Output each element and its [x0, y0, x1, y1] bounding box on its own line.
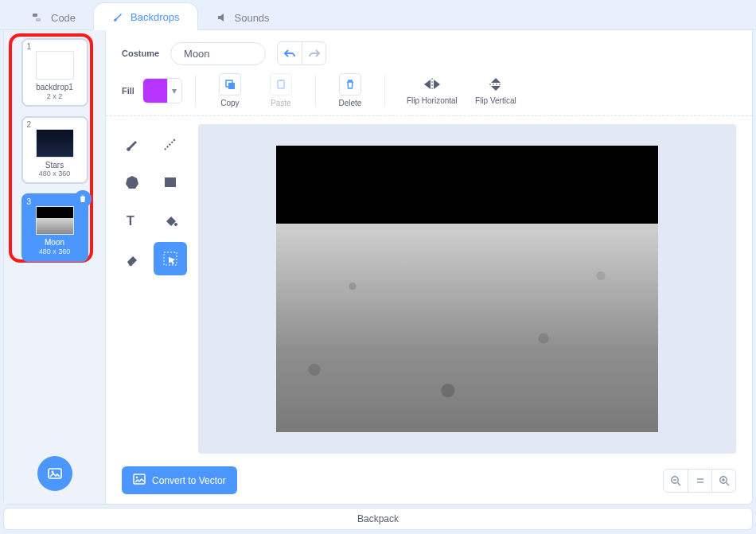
tab-code[interactable]: Code — [14, 4, 93, 30]
separator — [195, 75, 196, 107]
paste-label: Paste — [271, 99, 291, 107]
zoom-reset-button[interactable] — [688, 470, 711, 492]
thumb-number: 3 — [27, 197, 32, 206]
fill-color-picker[interactable]: ▾ — [142, 78, 182, 103]
text-tool[interactable]: T — [115, 204, 149, 237]
tab-code-label: Code — [51, 12, 76, 24]
thumb-preview — [36, 51, 74, 80]
image-icon — [133, 474, 146, 487]
editor-header: Costume — [106, 30, 752, 73]
tab-sounds[interactable]: Sounds — [198, 4, 287, 30]
convert-label: Convert to Vector — [152, 475, 226, 486]
canvas-row: T — [106, 116, 752, 460]
sound-icon — [216, 11, 228, 24]
editor-toolbar: Fill ▾ Copy Paste Delete Flip — [106, 73, 752, 116]
costume-editor: Costume Fill ▾ Copy Paste — [106, 30, 752, 504]
backdrop-thumb[interactable]: 1 backdrop1 2 x 2 — [21, 38, 88, 107]
thumb-dim: 2 x 2 — [26, 92, 84, 100]
backdrop-thumb[interactable]: 2 Stars 480 x 360 — [21, 116, 88, 185]
tab-backdrops-label: Backdrops — [131, 11, 179, 23]
brush-tool[interactable] — [115, 127, 149, 161]
editor-footer: Convert to Vector — [106, 460, 752, 504]
backdrop-sidebar: 1 backdrop1 2 x 2 2 Stars 480 x 360 3 Mo… — [4, 30, 106, 504]
undo-redo-group — [277, 41, 326, 65]
copy-button[interactable]: Copy — [208, 73, 251, 107]
thumb-name: Moon — [26, 238, 84, 248]
trash-icon — [339, 73, 361, 95]
workarea: 1 backdrop1 2 x 2 2 Stars 480 x 360 3 Mo… — [3, 30, 753, 505]
fill-label: Fill — [122, 86, 134, 95]
svg-line-19 — [678, 482, 681, 485]
svg-rect-12 — [165, 177, 176, 187]
tool-palette: T — [115, 124, 192, 454]
svg-line-10 — [165, 138, 176, 150]
thumb-number: 2 — [27, 120, 32, 129]
zoom-out-button[interactable] — [664, 470, 688, 492]
flip-h-label: Flip Horizontal — [407, 96, 458, 105]
canvas[interactable] — [198, 124, 736, 454]
delete-label: Delete — [338, 99, 361, 107]
thumb-name: backdrop1 — [26, 83, 84, 92]
svg-text:T: T — [127, 214, 134, 228]
backpack-panel[interactable]: Backpack — [3, 508, 753, 530]
paste-button: Paste — [259, 73, 302, 107]
svg-rect-0 — [33, 14, 37, 17]
code-icon — [32, 11, 45, 24]
flip-vertical-button[interactable]: Flip Vertical — [474, 76, 517, 105]
delete-thumb-button[interactable] — [74, 190, 92, 208]
circle-tool[interactable] — [115, 166, 149, 199]
add-backdrop-button[interactable] — [37, 456, 72, 491]
svg-rect-6 — [278, 80, 284, 88]
fill-swatch — [143, 79, 167, 103]
eraser-tool[interactable] — [115, 242, 149, 275]
backpack-label: Backpack — [357, 513, 399, 524]
copy-label: Copy — [220, 99, 239, 107]
svg-line-24 — [726, 482, 729, 485]
flip-v-label: Flip Vertical — [475, 96, 516, 105]
flip-horizontal-icon — [421, 76, 443, 93]
paste-icon — [270, 73, 292, 95]
thumb-dim: 480 x 360 — [26, 170, 84, 177]
svg-rect-5 — [228, 83, 235, 89]
undo-button[interactable] — [278, 42, 302, 64]
redo-button[interactable] — [302, 42, 325, 64]
svg-rect-16 — [134, 474, 145, 484]
delete-button[interactable]: Delete — [329, 73, 372, 107]
tab-bar: Code Backdrops Sounds — [0, 0, 756, 30]
fill-tool[interactable] — [154, 204, 187, 237]
svg-rect-7 — [279, 80, 283, 81]
svg-point-17 — [136, 477, 138, 479]
separator — [384, 75, 385, 107]
svg-point-14 — [174, 223, 177, 226]
flip-vertical-icon — [489, 76, 502, 93]
thumb-preview — [36, 129, 74, 158]
zoom-controls — [663, 469, 736, 493]
select-tool[interactable] — [154, 242, 187, 275]
separator — [315, 75, 316, 107]
line-tool[interactable] — [154, 127, 187, 161]
backdrop-thumb-selected[interactable]: 3 Moon 480 x 360 — [21, 193, 88, 262]
backdrop-image — [276, 146, 658, 432]
costume-label: Costume — [122, 49, 159, 58]
svg-rect-1 — [36, 18, 41, 21]
chevron-down-icon: ▾ — [167, 79, 181, 103]
rect-tool[interactable] — [154, 166, 187, 199]
flip-horizontal-button[interactable]: Flip Horizontal — [398, 76, 466, 105]
zoom-in-button[interactable] — [711, 470, 735, 492]
svg-marker-11 — [126, 176, 138, 189]
tab-backdrops[interactable]: Backdrops — [93, 2, 197, 30]
costume-name-input[interactable] — [170, 42, 266, 65]
tab-sounds-label: Sounds — [235, 12, 270, 24]
paintbrush-icon — [111, 10, 124, 23]
thumb-name: Stars — [26, 161, 84, 170]
thumb-number: 1 — [27, 42, 32, 51]
thumb-dim: 480 x 360 — [26, 248, 84, 255]
copy-icon — [219, 73, 241, 95]
thumb-preview — [36, 206, 74, 235]
convert-to-vector-button[interactable]: Convert to Vector — [122, 466, 237, 494]
